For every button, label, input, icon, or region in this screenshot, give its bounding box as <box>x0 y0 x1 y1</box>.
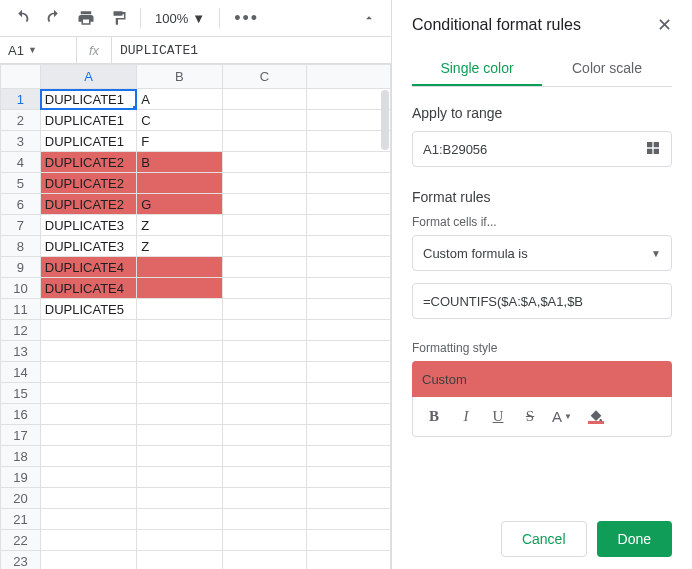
cell[interactable] <box>137 383 222 404</box>
cell[interactable]: Z <box>137 236 222 257</box>
row-header-5[interactable]: 5 <box>1 173 41 194</box>
row-header-9[interactable]: 9 <box>1 257 41 278</box>
cell[interactable] <box>307 236 391 257</box>
row-header-4[interactable]: 4 <box>1 152 41 173</box>
column-header-A[interactable]: A <box>40 65 136 89</box>
cell[interactable] <box>137 299 222 320</box>
cell[interactable] <box>222 131 306 152</box>
cell[interactable]: C <box>137 110 222 131</box>
cell[interactable] <box>222 215 306 236</box>
cell[interactable] <box>40 488 136 509</box>
cell[interactable] <box>222 467 306 488</box>
cell[interactable] <box>307 173 391 194</box>
cell[interactable] <box>137 404 222 425</box>
print-button[interactable] <box>72 4 100 32</box>
undo-button[interactable] <box>8 4 36 32</box>
row-header-11[interactable]: 11 <box>1 299 41 320</box>
cell[interactable] <box>307 509 391 530</box>
cell[interactable] <box>222 551 306 570</box>
formula-field[interactable]: =COUNTIFS($A:$A,$A1,$B <box>412 283 672 319</box>
cell[interactable] <box>222 341 306 362</box>
cell[interactable] <box>222 446 306 467</box>
cell[interactable]: G <box>137 194 222 215</box>
cell[interactable] <box>307 278 391 299</box>
cell[interactable] <box>307 299 391 320</box>
formula-input[interactable]: DUPLICATE1 <box>112 43 206 58</box>
cell[interactable] <box>307 110 391 131</box>
row-header-6[interactable]: 6 <box>1 194 41 215</box>
cell[interactable] <box>307 446 391 467</box>
strike-button[interactable]: S <box>515 402 545 432</box>
bold-button[interactable]: B <box>419 402 449 432</box>
row-header-1[interactable]: 1 <box>1 89 41 110</box>
redo-button[interactable] <box>40 4 68 32</box>
row-header-23[interactable]: 23 <box>1 551 41 570</box>
cell[interactable] <box>222 404 306 425</box>
cell[interactable] <box>222 194 306 215</box>
cell[interactable] <box>222 299 306 320</box>
cell[interactable] <box>307 215 391 236</box>
cell[interactable] <box>222 362 306 383</box>
cell[interactable] <box>137 446 222 467</box>
cell[interactable] <box>307 257 391 278</box>
column-header-C[interactable]: C <box>222 65 306 89</box>
cell[interactable] <box>307 551 391 570</box>
underline-button[interactable]: U <box>483 402 513 432</box>
cell[interactable] <box>222 236 306 257</box>
cell[interactable]: DUPLICATE1 <box>40 131 136 152</box>
row-header-19[interactable]: 19 <box>1 467 41 488</box>
cell[interactable] <box>307 488 391 509</box>
cell[interactable] <box>40 383 136 404</box>
column-header-B[interactable]: B <box>137 65 222 89</box>
row-header-2[interactable]: 2 <box>1 110 41 131</box>
row-header-3[interactable]: 3 <box>1 131 41 152</box>
cell[interactable] <box>40 320 136 341</box>
cell[interactable] <box>137 467 222 488</box>
cell[interactable] <box>307 383 391 404</box>
cell[interactable] <box>307 89 391 110</box>
cell[interactable] <box>222 152 306 173</box>
cell[interactable] <box>137 257 222 278</box>
cell[interactable]: DUPLICATE2 <box>40 173 136 194</box>
cell[interactable] <box>307 131 391 152</box>
style-preview[interactable]: Custom <box>412 361 672 397</box>
cell[interactable] <box>40 362 136 383</box>
cell[interactable]: DUPLICATE1 <box>40 110 136 131</box>
cell[interactable]: DUPLICATE1 <box>40 89 136 110</box>
cell[interactable]: DUPLICATE3 <box>40 215 136 236</box>
row-header-8[interactable]: 8 <box>1 236 41 257</box>
cell[interactable] <box>137 173 222 194</box>
cell[interactable] <box>307 530 391 551</box>
select-range-icon[interactable] <box>645 140 661 159</box>
cell[interactable]: DUPLICATE2 <box>40 194 136 215</box>
row-header-17[interactable]: 17 <box>1 425 41 446</box>
zoom-select[interactable]: 100%▼ <box>149 11 211 26</box>
name-box[interactable]: A1▼ <box>0 43 76 58</box>
cell[interactable] <box>137 341 222 362</box>
select-all-corner[interactable] <box>1 65 41 89</box>
close-icon[interactable]: ✕ <box>657 16 672 34</box>
row-header-18[interactable]: 18 <box>1 446 41 467</box>
row-header-16[interactable]: 16 <box>1 404 41 425</box>
cell[interactable]: Z <box>137 215 222 236</box>
cell[interactable] <box>40 551 136 570</box>
cell[interactable] <box>137 551 222 570</box>
more-button[interactable]: ••• <box>228 8 265 29</box>
row-header-21[interactable]: 21 <box>1 509 41 530</box>
cell[interactable] <box>307 467 391 488</box>
row-header-15[interactable]: 15 <box>1 383 41 404</box>
cell[interactable] <box>40 467 136 488</box>
cell[interactable] <box>222 278 306 299</box>
cell[interactable]: DUPLICATE4 <box>40 278 136 299</box>
cell[interactable] <box>307 194 391 215</box>
row-header-20[interactable]: 20 <box>1 488 41 509</box>
cell[interactable] <box>307 404 391 425</box>
paint-format-button[interactable] <box>104 4 132 32</box>
cell[interactable]: A <box>137 89 222 110</box>
cell[interactable] <box>307 152 391 173</box>
collapse-toolbar-button[interactable] <box>355 4 383 32</box>
cell[interactable] <box>137 425 222 446</box>
cell[interactable] <box>222 425 306 446</box>
cell[interactable]: B <box>137 152 222 173</box>
cell[interactable]: DUPLICATE5 <box>40 299 136 320</box>
